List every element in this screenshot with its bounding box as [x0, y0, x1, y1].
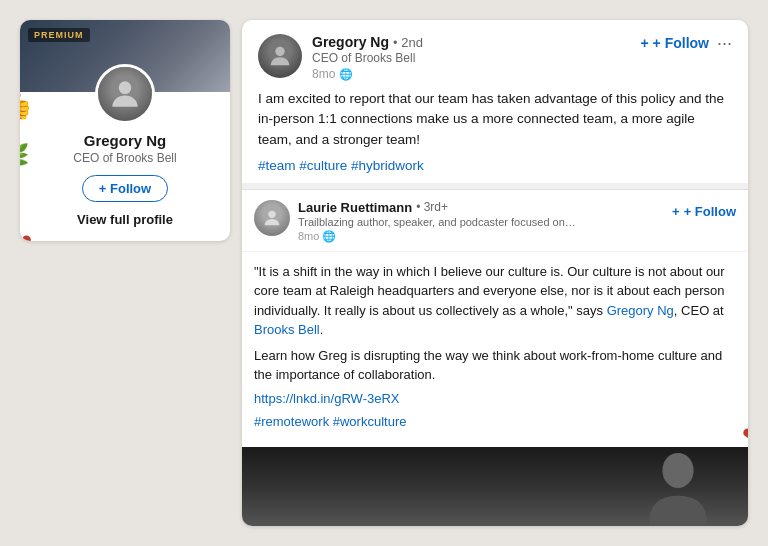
post-subtitle: CEO of Brooks Bell — [312, 51, 640, 65]
post-hashtags[interactable]: #team #culture #hybridwork — [258, 158, 732, 173]
shared-follow-button[interactable]: + + Follow — [672, 204, 736, 219]
svg-point-3 — [662, 453, 693, 488]
shared-author-name[interactable]: Laurie Ruettimann — [298, 200, 412, 215]
globe-icon: 🌐 — [339, 68, 353, 81]
shared-follow-label: + Follow — [684, 204, 736, 219]
post-author-name[interactable]: Gregory Ng — [312, 34, 389, 50]
post-time-row: 8mo 🌐 — [312, 67, 640, 81]
shared-degree: • 3rd+ — [416, 200, 448, 214]
post-text: I am excited to report that our team has… — [258, 89, 732, 150]
post1-follow-plus: + — [640, 35, 648, 51]
shared-text-part3: . — [320, 322, 324, 337]
shared-url-link[interactable]: https://lnkd.in/gRW-3eRX — [254, 391, 736, 406]
shared-follow-plus: + — [672, 204, 680, 219]
svg-point-2 — [268, 210, 275, 217]
person-silhouette-icon — [638, 449, 718, 526]
shared-post-image — [242, 447, 748, 526]
shared-link-gregory[interactable]: Gregory Ng — [607, 303, 674, 318]
shared-text-2: Learn how Greg is disrupting the way we … — [254, 346, 736, 385]
post-section: Gregory Ng • 2nd CEO of Brooks Bell 8mo … — [242, 20, 748, 189]
post-more-button[interactable]: ··· — [717, 34, 732, 52]
post-meta: Gregory Ng • 2nd CEO of Brooks Bell 8mo … — [312, 34, 640, 81]
shared-time: 8mo — [298, 230, 319, 242]
shared-globe-icon: 🌐 — [322, 230, 336, 243]
post1-follow-button[interactable]: + + Follow — [640, 35, 709, 51]
shared-text-1: "It is a shift in the way in which I bel… — [254, 262, 736, 340]
leaf-icon: 🌿 — [20, 143, 29, 169]
shared-post: Laurie Ruettimann • 3rd+ Trailblazing au… — [242, 189, 748, 526]
profile-follow-button[interactable]: + Follow — [82, 175, 168, 202]
post-header: Gregory Ng • 2nd CEO of Brooks Bell 8mo … — [258, 34, 732, 81]
view-profile-link[interactable]: View full profile — [36, 212, 214, 227]
card-title: CEO of Brooks Bell — [36, 151, 214, 165]
shared-post-header: Laurie Ruettimann • 3rd+ Trailblazing au… — [242, 190, 748, 252]
shared-meta: Laurie Ruettimann • 3rd+ Trailblazing au… — [298, 200, 664, 243]
shared-text-part2: , CEO at — [674, 303, 724, 318]
premium-badge: PREMIUM — [28, 28, 90, 42]
heart-icon-left: ❤ — [20, 229, 32, 241]
post-degree: • 2nd — [393, 35, 423, 50]
profile-avatar-wrap — [20, 64, 230, 124]
shared-subtitle: Trailblazing author, speaker, and podcas… — [298, 216, 578, 228]
svg-point-0 — [119, 81, 132, 94]
post-author-row: Gregory Ng • 2nd — [312, 34, 640, 50]
feed-container: Gregory Ng • 2nd CEO of Brooks Bell 8mo … — [242, 20, 748, 526]
shared-hashtags[interactable]: #remotework #workculture — [254, 414, 736, 429]
shared-post-body: "It is a shift in the way in which I bel… — [242, 252, 748, 447]
post-actions: + + Follow ··· — [640, 34, 732, 52]
shared-time-row: 8mo 🌐 — [298, 230, 664, 243]
card-body: Gregory Ng CEO of Brooks Bell + Follow V… — [20, 124, 230, 241]
profile-card: PREMIUM Gregory Ng CEO of Brooks Bell + … — [20, 20, 230, 241]
profile-avatar-icon — [106, 75, 144, 113]
svg-point-1 — [275, 47, 284, 56]
shared-link-brooksbell[interactable]: Brooks Bell — [254, 322, 320, 337]
profile-avatar — [95, 64, 155, 124]
main-container: PREMIUM Gregory Ng CEO of Brooks Bell + … — [20, 20, 748, 526]
post-time: 8mo — [312, 67, 335, 81]
shared-author-avatar — [254, 200, 290, 236]
post1-follow-label: + Follow — [653, 35, 709, 51]
post-author-avatar — [258, 34, 302, 78]
heart-icon-right: ❤ — [742, 422, 748, 450]
card-name: Gregory Ng — [36, 132, 214, 149]
